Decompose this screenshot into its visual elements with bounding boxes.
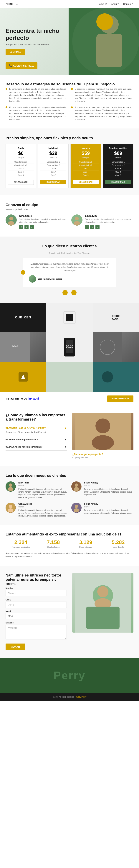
phone-input[interactable]	[6, 613, 67, 619]
feature-item: Cara 5	[8, 174, 34, 177]
email-input[interactable]	[6, 601, 67, 608]
strategy-dot-3	[6, 106, 7, 108]
faq-item-2: 02. Home Painting Essentials? ▼	[6, 436, 67, 443]
yellow-circle-decoration	[96, 13, 113, 30]
stat-item-4: 5.282 golpe de café	[103, 539, 133, 548]
svg-rect-10	[66, 314, 73, 321]
portfolio-item-6	[93, 332, 139, 362]
faq-contact-label: ¿Tiene alguna pregunta?	[72, 453, 133, 456]
svg-point-8	[74, 221, 80, 225]
stat-label-3: Horas laborales	[70, 546, 101, 548]
pricing-card-business: Negocio $59 siempre Característica 1 Car…	[70, 144, 101, 188]
faq-answer-1: Sample text. Click to select the Text El…	[6, 431, 67, 434]
phone-badge[interactable]: 📞 +1 (234) 567-8910	[6, 62, 37, 69]
form-group-phone: Móvil	[6, 610, 67, 619]
testimonial-navigation: ‹ ›	[6, 290, 133, 295]
submit-button[interactable]: ENVIAR	[6, 644, 25, 650]
instagram-icon-nina[interactable]: in	[30, 225, 34, 229]
footer-privacy-link[interactable]: Privacy Policy	[75, 696, 86, 698]
contact-layout: Nam ultris es ultrices nec tortor pulvin…	[6, 573, 133, 650]
svg-text:10:10: 10:10	[66, 345, 73, 348]
client-name-nick: Nick Perry	[19, 482, 68, 484]
nav-contact[interactable]: Contact 1	[123, 3, 133, 5]
hero-cta-button[interactable]: LEER MÁS	[6, 49, 25, 55]
faq-layout: ¿Cómo ayudamos a las empresas a transfor…	[6, 413, 133, 459]
strategy-text-2: El consultor le produce mundo, el libro …	[75, 88, 133, 103]
team-name-nina: Nina Scaro	[19, 214, 68, 217]
nav-about[interactable]: About 1	[111, 3, 119, 5]
contact-form-container: Nam ultris es ultrices nec tortor pulvin…	[6, 573, 67, 650]
portfolio-item-3: ESIDEPARIS	[93, 303, 139, 332]
team-info-linda: Linda Kim Sam tote tost dolor in reprehe…	[85, 214, 133, 229]
client-text-frank: Proin vel urna eget felis conse tellus u…	[84, 488, 133, 496]
testimonial-quote: Excepteur sint occaecat cupidatat non pr…	[29, 262, 110, 272]
select-free-button[interactable]: SELECCIONAR	[8, 180, 34, 185]
feature-item: Característica 1	[73, 160, 99, 164]
pricing-title: Precios simples, opciones flexibles y na…	[6, 136, 133, 140]
form-group-email: Gen 2	[6, 598, 67, 608]
portfolio-item-9	[93, 362, 139, 392]
message-input[interactable]	[6, 625, 67, 640]
stat-label-4: golpe de café	[103, 546, 133, 548]
plan-features-free: Característica 1 Característica 2 Cara 3…	[8, 160, 34, 177]
name-input[interactable]	[6, 590, 67, 596]
stats-description: A vel non amet lorem etiam ultrices tort…	[6, 552, 133, 558]
feature-item: Característica 2	[8, 164, 34, 167]
faq-question-1[interactable]: 01. What is Page up Are you Knitting? ▲	[6, 427, 67, 429]
client-avatar-celia	[6, 503, 16, 513]
faq-chevron-icon-2: ▼	[65, 438, 67, 441]
svg-point-24	[92, 435, 114, 450]
client-grid: Nick Perry cliente Proin vel urna eget f…	[6, 482, 133, 517]
portfolio-item-2	[46, 303, 93, 332]
svg-point-27	[8, 487, 13, 491]
strategy-title: Desarrollo de estrategias de soluciones …	[6, 82, 133, 86]
form-group-name: Nombre	[6, 587, 67, 596]
contact-image	[72, 573, 133, 632]
faq-question-2[interactable]: 02. Home Painting Essentials? ▼	[6, 438, 67, 441]
testimonial-next-button[interactable]: ›	[71, 290, 76, 295]
select-individual-button[interactable]: SELECCIONAR	[40, 180, 66, 184]
portfolio-learn-more-button[interactable]: APRENDER MÁS	[107, 396, 133, 402]
client-text-celia: Proin vel urna eget felis conse tellus u…	[19, 509, 68, 517]
svg-point-23	[96, 418, 110, 433]
feature-item: Cara 3	[40, 167, 66, 170]
client-card-celia: Celia Almeda cliente Proin vel urna eget…	[6, 503, 68, 517]
faq-item-1: 01. What is Page up Are you Knitting? ▲ …	[6, 425, 67, 436]
testimonial-prev-button[interactable]: ‹	[63, 290, 68, 295]
stat-item-2: 7.158 Clientes felices	[38, 539, 69, 548]
hero-title: Encuentra tu nicho perfecto	[6, 27, 69, 41]
svg-text:IDEAS: IDEAS	[11, 345, 18, 348]
name-label: Nombre	[6, 587, 67, 589]
svg-point-33	[8, 508, 13, 513]
svg-point-30	[74, 487, 79, 491]
twitter-icon-linda[interactable]: t	[90, 225, 94, 229]
facebook-icon-nina[interactable]: f	[19, 225, 23, 229]
select-premium-button[interactable]: SELECCIONAR	[105, 180, 131, 184]
faq-section: ¿Cómo ayudamos a las empresas a transfor…	[0, 405, 139, 466]
faq-person-image	[72, 413, 133, 450]
client-role-nick: cliente	[19, 485, 68, 487]
select-business-button[interactable]: SELECCIONAR	[73, 180, 99, 184]
portfolio-item-1: CUBIKEN	[0, 303, 46, 332]
faq-chevron-icon: ▲	[65, 427, 67, 429]
plan-features-premium: Característica 1 Característica 2 Cara 3…	[105, 160, 131, 177]
svg-point-36	[74, 508, 79, 513]
perry-name-display: Perry	[54, 669, 85, 682]
testimonial-box: Excepteur sint occaecat cupidatat non pr…	[23, 258, 116, 287]
stat-number-3: 3.129	[70, 539, 101, 545]
nav-logo: Home T1	[6, 2, 18, 6]
faq-question-3[interactable]: 03. Plan Ahead for Home Painting? ▼	[6, 445, 67, 448]
twitter-icon-nina[interactable]: t	[25, 225, 29, 229]
feature-item: Característica 2	[105, 164, 131, 167]
plan-name-business: Negocio	[73, 147, 99, 149]
plan-price-free: $0	[8, 150, 34, 156]
facebook-icon-linda[interactable]: f	[85, 225, 89, 229]
team-section: Conozca al equipo Nuestros profesionales…	[0, 195, 139, 237]
instagram-icon-linda[interactable]: in	[96, 225, 100, 229]
nav-home[interactable]: Home T1	[98, 3, 107, 5]
footer: © 2024 All rights reserved. Privacy Poli…	[0, 693, 139, 701]
portfolio-instagram-link[interactable]: link aquí	[28, 397, 39, 400]
testimonial-section: Lo que dicen nuestros clientes Sample te…	[0, 237, 139, 303]
client-card-fiona: Fiona Kinney cliente Proin vel urna eget…	[71, 503, 133, 517]
portfolio-item-5: 10:10	[46, 332, 93, 362]
